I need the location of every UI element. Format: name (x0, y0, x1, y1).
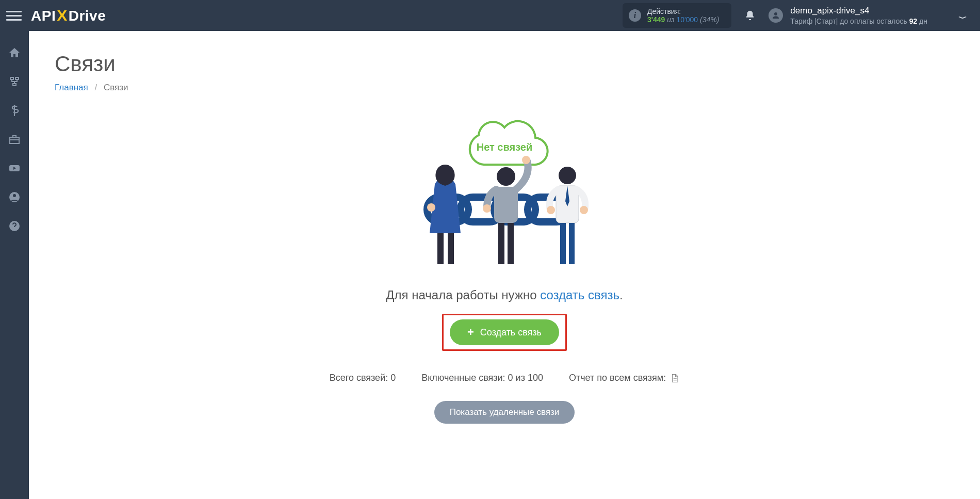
actions-of: из (667, 15, 674, 24)
stat-total-value: 0 (390, 373, 396, 383)
stat-report-label: Отчет по всем связям: (569, 373, 666, 383)
svg-rect-10 (448, 233, 454, 264)
empty-state-instruction: Для начала работы нужно создать связь. (386, 288, 623, 302)
page-title: Связи (55, 52, 954, 76)
logo-part-drive: Drive (69, 8, 106, 24)
brand-logo[interactable]: API X Drive (31, 7, 106, 24)
svg-point-17 (483, 204, 491, 213)
user-tariff: Тариф |Старт| до оплаты осталось 92 дн (790, 17, 927, 25)
cloud-text: Нет связей (477, 141, 533, 153)
actions-label: Действия: (647, 7, 719, 15)
breadcrumb: Главная / Связи (55, 83, 954, 93)
empty-state: Нет связей (55, 104, 954, 424)
svg-rect-20 (560, 223, 566, 264)
tariff-suffix: дн (917, 17, 927, 25)
main-content: Связи Главная / Связи Нет связей (29, 31, 980, 499)
actions-usage-widget[interactable]: i Действия: 3'449 из 10'000 (34%) (623, 3, 731, 28)
sidebar-item-billing[interactable] (8, 104, 21, 119)
svg-rect-21 (569, 223, 575, 264)
tariff-days: 92 (909, 17, 918, 25)
empty-state-illustration: Нет связей (386, 104, 623, 280)
user-menu[interactable]: demo_apix-drive_s4 Тариф |Старт| до опла… (769, 6, 967, 25)
svg-point-19 (559, 167, 576, 184)
stat-report: Отчет по всем связям: (569, 373, 679, 383)
stat-enabled-value: 0 из 100 (508, 373, 543, 383)
svg-point-23 (580, 206, 588, 214)
create-button-label: Создать связь (480, 327, 542, 338)
breadcrumb-separator: / (94, 83, 97, 92)
breadcrumb-home-link[interactable]: Главная (55, 83, 88, 92)
document-icon[interactable] (670, 373, 679, 383)
sidebar-item-briefcase[interactable] (8, 133, 21, 148)
svg-point-2 (13, 194, 16, 197)
stat-enabled-label: Включенные связи: (421, 373, 505, 383)
logo-part-api: API (31, 8, 56, 24)
tariff-prefix: Тариф |Старт| до оплаты осталось (790, 17, 909, 25)
sidebar-item-account[interactable] (8, 191, 21, 205)
svg-rect-9 (437, 233, 444, 264)
actions-total: 10'000 (676, 15, 698, 24)
stat-total-label: Всего связей: (330, 373, 388, 383)
stat-total: Всего связей: 0 (330, 373, 396, 383)
sidebar-item-home[interactable] (8, 46, 21, 61)
create-connection-link[interactable]: создать связь (540, 288, 619, 302)
svg-point-16 (522, 156, 530, 164)
sidebar-item-connections[interactable] (8, 75, 21, 90)
svg-rect-14 (498, 223, 504, 264)
sidebar-rail (0, 31, 29, 499)
stat-enabled: Включенные связи: 0 из 100 (421, 373, 543, 383)
svg-point-22 (547, 206, 555, 214)
instruction-prefix: Для начала работы нужно (386, 288, 540, 302)
info-icon: i (629, 9, 641, 22)
breadcrumb-current: Связи (104, 83, 128, 92)
actions-used: 3'449 (647, 15, 665, 24)
actions-usage-text: Действия: 3'449 из 10'000 (34%) (647, 7, 719, 24)
connections-stats: Всего связей: 0 Включенные связи: 0 из 1… (330, 373, 679, 383)
topbar: API X Drive i Действия: 3'449 из 10'000 … (0, 0, 980, 31)
notifications-icon[interactable] (744, 10, 756, 21)
sidebar-item-video[interactable] (8, 162, 21, 176)
chevron-down-icon: ⌄ (955, 10, 971, 20)
svg-point-11 (427, 203, 435, 212)
create-connection-button[interactable]: + Создать связь (450, 319, 559, 345)
create-button-highlight: + Создать связь (442, 314, 567, 351)
sidebar-item-help[interactable] (8, 220, 21, 234)
user-name: demo_apix-drive_s4 (790, 6, 927, 16)
svg-rect-15 (508, 223, 514, 264)
avatar-icon (769, 8, 783, 23)
actions-pct: (34%) (700, 15, 719, 24)
logo-part-x: X (57, 7, 68, 24)
instruction-suffix: . (619, 288, 623, 302)
svg-point-13 (497, 167, 515, 186)
plus-icon: + (467, 326, 474, 339)
show-deleted-button[interactable]: Показать удаленные связи (434, 401, 575, 424)
menu-toggle-button[interactable] (6, 8, 22, 23)
